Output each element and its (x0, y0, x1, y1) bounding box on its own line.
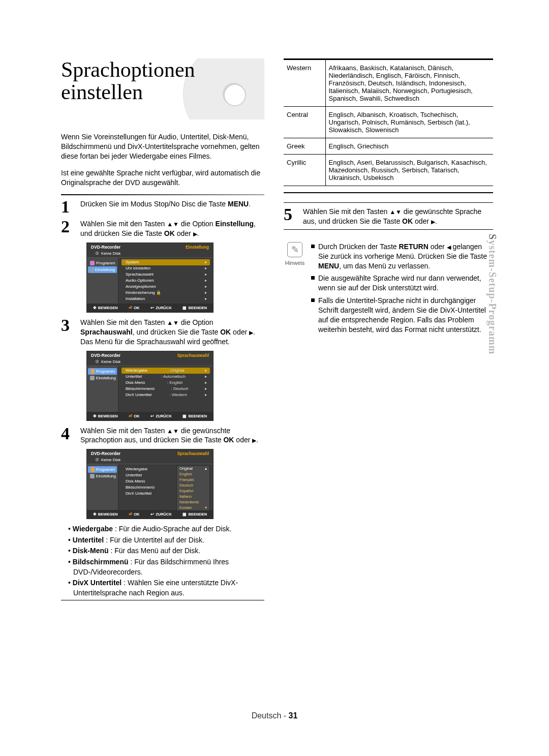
page-footer: Deutsch - 31 (0, 711, 549, 720)
def-wiedergabe: Wiedergabe : Für die Audio-Sprache auf d… (68, 524, 264, 534)
step-text: Wählen Sie mit den Tasten die gewünschte… (303, 207, 493, 226)
step-3: 3 Wählen Sie mit den Tasten die Option S… (61, 318, 264, 347)
osd-footer-exit: BEENDEN (182, 512, 207, 517)
table-row: Cyrillic Englisch, Aseri, Belarussisch, … (284, 155, 493, 186)
def-disk-menu: Disk-Menü : Für das Menü auf der Disk. (68, 546, 264, 556)
def-untertitel: Untertitel : Für die Untertitel auf der … (68, 535, 264, 546)
arrow-up-down-icon (389, 207, 402, 216)
osd-option: English (177, 471, 209, 477)
step-2: 2 Wählen Sie mit den Tasten die Option E… (61, 219, 264, 238)
region-cell: Cyrillic (284, 155, 325, 186)
osd-footer-back: ZURÜCK (150, 512, 172, 517)
osd-footer-exit: BEENDEN (182, 414, 207, 418)
arrow-right-icon (193, 229, 197, 237)
osd-option: Nederlands (177, 499, 209, 505)
table-row: Greek Englisch, Griechisch (284, 138, 493, 155)
step-number: 1 (61, 199, 75, 215)
osd-option: Español (177, 488, 209, 494)
step-number: 4 (61, 426, 75, 445)
osd-option: Deutsch (177, 482, 209, 488)
osd-side-programm: Programm (88, 466, 117, 473)
osd-row: Installation▸ (121, 296, 210, 302)
osd-screenshot-sprachauswahl-dropdown: DVD-Recorder Sprachauswahl Keine Disk Pr… (86, 449, 214, 519)
osd-menu-title: Sprachauswahl (177, 353, 209, 358)
osd-no-disk-label: Keine Disk (87, 250, 213, 258)
osd-option-selected: Original▴ (177, 466, 209, 471)
osd-footer-back: ZURÜCK (150, 306, 172, 310)
osd-row: Bildschirmmenü: Deutsch▸ (121, 386, 210, 392)
intro-paragraph-2: Ist eine gewählte Sprache nicht verfügba… (61, 168, 264, 188)
osd-device-label: DVD-Recorder (91, 245, 120, 250)
note-icon: ✎ (287, 242, 302, 257)
region-cell: Western (284, 60, 325, 107)
osd-dropdown: Original▴ English Français Deutsch Españ… (176, 465, 210, 511)
divider (61, 600, 264, 600)
osd-row: Untertitel: Automatisch▸ (121, 374, 210, 380)
osd-option: Italiano (177, 494, 209, 499)
divider (284, 202, 493, 203)
osd-footer-move: BEWEGEN (93, 414, 118, 418)
step-number: 2 (61, 219, 75, 238)
arrow-right-icon (252, 436, 256, 444)
osd-no-disk-label: Keine Disk (87, 457, 213, 464)
osd-footer-back: ZURÜCK (150, 414, 172, 418)
osd-no-disk-label: Keine Disk (87, 358, 213, 366)
page-title: Sprachoptionen einstellen (61, 58, 264, 103)
arrow-up-down-icon (167, 318, 179, 326)
arrow-up-down-icon (167, 220, 179, 228)
region-cell: Greek (284, 138, 325, 155)
osd-footer-ok: OK (129, 512, 139, 517)
arrow-right-icon (249, 328, 253, 336)
definition-list: Wiedergabe : Für die Audio-Sprache auf d… (68, 524, 264, 598)
osd-side-programm: Programm (88, 368, 117, 375)
osd-footer-ok: OK (129, 414, 139, 418)
table-row: Western Afrikaans, Baskisch, Katalanisch… (284, 60, 493, 107)
osd-footer-exit: BEENDEN (182, 306, 207, 310)
osd-row: Uhr einstellen▸ (121, 265, 210, 271)
osd-row-system: System▸ (121, 259, 210, 265)
languages-cell: Afrikaans, Baskisch, Katalanisch, Dänisc… (325, 60, 493, 107)
step-text: Wählen Sie mit den Tasten die Option Ein… (80, 219, 264, 238)
osd-menu-title: Einstellung (186, 245, 209, 250)
region-cell: Central (284, 107, 325, 138)
osd-footer-ok: OK (129, 306, 139, 310)
osd-row: Sprachauswahl▸ (121, 271, 210, 278)
osd-row: DivX Untertitel: Western▸ (121, 392, 210, 398)
note-item: Falls die Untertitel-Sprache nicht in du… (311, 296, 493, 335)
language-region-table: Western Afrikaans, Baskisch, Katalanisch… (284, 58, 493, 193)
step-number: 5 (284, 207, 298, 226)
osd-row: Disk-Menü: English▸ (121, 380, 210, 386)
osd-row: Kindersicherung 🔒▸ (121, 290, 210, 296)
step-5: 5 Wählen Sie mit den Tasten die gewünsch… (284, 207, 493, 226)
table-row: Central Englisch, Albanisch, Kroatisch, … (284, 107, 493, 138)
osd-option: Français (177, 477, 209, 482)
step-4: 4 Wählen Sie mit den Tasten die gewünsch… (61, 426, 264, 445)
intro-paragraph-1: Wenn Sie Voreinstellungen für Audio, Unt… (61, 132, 264, 161)
osd-side-einstellung: Einstellung (87, 473, 118, 479)
page-title-block: Sprachoptionen einstellen (61, 58, 264, 119)
osd-device-label: DVD-Recorder (91, 353, 120, 358)
languages-cell: Englisch, Griechisch (325, 138, 493, 155)
osd-side-einstellung: Einstellung (88, 266, 117, 273)
osd-screenshot-einstellung: DVD-Recorder Einstellung Keine Disk Prog… (86, 243, 214, 313)
step-number: 3 (61, 318, 75, 347)
osd-option: Korean▾ (177, 505, 209, 510)
arrow-up-down-icon (167, 427, 179, 435)
section-tab: System-Setup-Programm (486, 234, 498, 354)
divider (284, 229, 493, 230)
divider (61, 194, 264, 195)
osd-menu-title: Sprachauswahl (177, 451, 209, 456)
osd-footer-move: BEWEGEN (93, 512, 118, 517)
def-bildschirmmenu: Bildschirmmenü : Für das Bildschirmmenü … (68, 557, 264, 577)
osd-footer-move: BEWEGEN (93, 306, 118, 310)
step-text: Drücken Sie im Modus Stop/No Disc die Ta… (80, 199, 264, 215)
note-block: ✎ Hinweis Durch Drücken der Taste RETURN… (284, 242, 493, 338)
arrow-left-icon (447, 243, 451, 251)
osd-screenshot-sprachauswahl: DVD-Recorder Sprachauswahl Keine Disk Pr… (86, 351, 214, 421)
osd-side-programm: Programm (87, 260, 118, 266)
step-text: Wählen Sie mit den Tasten die Option Spr… (80, 318, 264, 347)
osd-side-einstellung: Einstellung (87, 375, 118, 381)
languages-cell: Englisch, Albanisch, Kroatisch, Tschechi… (325, 107, 493, 138)
osd-device-label: DVD-Recorder (91, 451, 120, 456)
def-divx: DivX Untertitel : Wählen Sie eine unters… (68, 578, 264, 598)
